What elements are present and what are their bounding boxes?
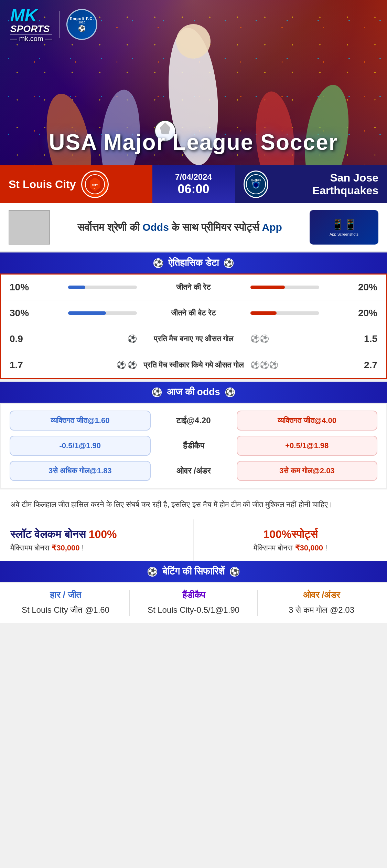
soccer-ball-left-icon	[153, 258, 163, 268]
away-win-odd[interactable]: व्यक्तिगत जीत@4.00	[237, 411, 378, 431]
goals-conceded-left-val: 1.7	[10, 360, 37, 371]
svg-text:QUAKES: QUAKES	[251, 179, 261, 182]
promo-phones-graphic: 📱📱 App Screenshots	[310, 210, 378, 245]
odds-row-ou[interactable]: 3से अधिक गोल@1.83 ओवर /अंडर 3से कम गोल@2…	[10, 461, 377, 481]
ball-icon-3: ⚽	[260, 334, 269, 343]
promo-image-placeholder	[9, 210, 50, 245]
promo-banner[interactable]: सर्वोत्तम श्रेणी की Odds के साथ प्रीमियर…	[0, 203, 387, 252]
win-rate-fill-right	[250, 286, 285, 289]
home-team-logo: CITY SC	[81, 170, 109, 198]
promo-text: सर्वोत्तम श्रेणी की Odds के साथ प्रीमियर…	[57, 220, 303, 235]
odds-section: व्यक्तिगत जीत@1.60 टाई@4.20 व्यक्तिगत जी…	[0, 403, 387, 489]
rec-value-ou: 3 से कम गोल @2.03	[265, 604, 378, 616]
away-handicap-odd[interactable]: +0.5/1@1.98	[237, 436, 378, 456]
win-rate-right-val: 20%	[350, 282, 377, 293]
match-center: 7/04/2024 06:00	[152, 165, 235, 203]
rec-divider-2	[257, 590, 258, 616]
rec-ball-right-icon	[230, 567, 239, 577]
goals-scored-left-val: 0.9	[10, 333, 37, 344]
bet-rate-bar-left	[42, 311, 137, 315]
goals-conceded-icons-right: ⚽ ⚽ ⚽	[250, 361, 345, 370]
svg-text:CITY: CITY	[92, 184, 98, 187]
win-rate-bar-left	[42, 286, 137, 289]
rec-col-win-loss: हार / जीत St Louis City जीत @1.60	[9, 590, 122, 616]
bet-rate-bar-right	[250, 311, 345, 315]
ball-icon-8: ⚽	[269, 361, 278, 370]
rec-col-handicap: हैंडीकैप St Louis City-0.5/1@1.90	[137, 590, 250, 616]
ball-icon-6: ⚽	[250, 361, 260, 370]
stat-row-win-rate: 10% जीतने की रेट 20%	[1, 275, 386, 300]
stat-row-goals-scored: 0.9 ⚽ प्रति मैच बनाए गए औसत गोल ⚽ ⚽ 1.5	[1, 326, 386, 352]
hero-banner: MK SPORTS — mk.com — Empoli F.C. 1920 ⚽ …	[0, 0, 387, 165]
slot-bonus-title: स्लॉट वेलकम बोनस 100%	[10, 528, 183, 541]
rec-type-handicap: हैंडीकैप	[137, 590, 250, 600]
logo-area: MK SPORTS — mk.com — Empoli F.C. 1920 ⚽	[10, 7, 97, 42]
svg-point-12	[254, 183, 258, 187]
goals-scored-icons-left: ⚽	[42, 334, 137, 343]
goals-scored-label: प्रति मैच बनाए गए औसत गोल	[142, 334, 245, 343]
historical-title: ऐतिहासिक डेटा	[168, 257, 219, 269]
rec-type-ou: ओवर /अंडर	[265, 590, 378, 600]
bet-rate-label: जीतने की बेट रेट	[142, 309, 245, 318]
slot-bonus-subtitle: मैक्सिमम बोनस ₹30,000 !	[10, 544, 183, 552]
sports-bonus-title: 100%स्पोर्ट्स	[204, 528, 377, 541]
stat-row-goals-conceded: 1.7 ⚽ ⚽ प्रति मैच स्वीकार किये गये औसत ग…	[1, 352, 386, 378]
win-rate-label: जीतने की रेट	[142, 283, 245, 292]
match-date: 7/04/2024	[175, 172, 212, 182]
goals-conceded-label: प्रति मैच स्वीकार किये गये औसत गोल	[142, 361, 245, 370]
odds-title: आज की odds	[167, 386, 220, 398]
home-win-odd[interactable]: व्यक्तिगत जीत@1.60	[10, 411, 151, 431]
stat-row-bet-rate: 30% जीतने की बेट रेट 20%	[1, 300, 386, 326]
ball-icon-7: ⚽	[260, 361, 269, 370]
rec-row: हार / जीत St Louis City जीत @1.60 हैंडीक…	[9, 590, 378, 616]
goals-conceded-icons-left: ⚽ ⚽	[42, 361, 137, 370]
mk-logo: MK SPORTS — mk.com —	[10, 7, 52, 42]
away-team-section: QUAKES San Jose Earthquakes	[235, 165, 387, 203]
rec-value-win-loss: St Louis City जीत @1.60	[9, 604, 122, 616]
slot-bonus[interactable]: स्लॉट वेलकम बोनस 100% मैक्सिमम बोनस ₹30,…	[0, 519, 194, 561]
odds-row-win[interactable]: व्यक्तिगत जीत@1.60 टाई@4.20 व्यक्तिगत जी…	[10, 411, 377, 431]
rec-divider-1	[129, 590, 130, 616]
win-rate-bar-right	[250, 286, 345, 289]
empoli-logo: Empoli F.C. 1920 ⚽	[66, 9, 97, 40]
away-team-name: San Jose Earthquakes	[273, 172, 378, 197]
win-rate-track-right	[250, 286, 319, 289]
ball-icon-5: ⚽	[128, 361, 137, 370]
svg-text:SC: SC	[93, 187, 96, 189]
soccer-ball-right-icon	[224, 258, 234, 268]
home-handicap-odd[interactable]: -0.5/1@1.90	[10, 436, 151, 456]
sports-bonus[interactable]: 100%स्पोर्ट्स मैक्सिमम बोनस ₹30,000 !	[194, 519, 387, 561]
sports-bonus-subtitle: मैक्सिमम बोनस ₹30,000 !	[204, 544, 377, 552]
under-odd[interactable]: 3से कम गोल@2.03	[237, 461, 378, 481]
home-team-section: St Louis City CITY SC	[0, 165, 152, 203]
rec-col-ou: ओवर /अंडर 3 से कम गोल @2.03	[265, 590, 378, 616]
ou-label: ओवर /अंडर	[156, 466, 232, 476]
over-odd[interactable]: 3से अधिक गोल@1.83	[10, 461, 151, 481]
ball-icon-2: ⚽	[250, 334, 260, 343]
bonus-section[interactable]: स्लॉट वेलकम बोनस 100% मैक्सिमम बोनस ₹30,…	[0, 519, 387, 561]
handicap-label: हैंडीकैप	[156, 441, 232, 451]
historical-data-section: 10% जीतने की रेट 20% 30% जीतने की बेट रे…	[0, 273, 387, 379]
win-rate-fill-left	[68, 286, 85, 289]
rec-type-win-loss: हार / जीत	[9, 590, 122, 600]
rec-value-handicap: St Louis City-0.5/1@1.90	[137, 604, 250, 616]
away-team-logo: QUAKES	[244, 170, 268, 198]
tie-label: टाई@4.20	[156, 416, 232, 425]
rec-title: बेटिंग की सिफारिशें	[162, 566, 225, 577]
bet-rate-track-left	[68, 311, 137, 315]
home-team-name: St Louis City	[9, 178, 76, 191]
odds-ball-left-icon	[152, 388, 162, 397]
svg-point-5	[176, 24, 211, 59]
recommendations-section: हार / जीत St Louis City जीत @1.60 हैंडीक…	[0, 582, 387, 623]
win-rate-track-left	[68, 286, 137, 289]
analysis-text: अवे टीम फिलहाल जीत हासिल करने के लिए संघ…	[0, 489, 387, 519]
logo-divider	[59, 11, 60, 38]
odds-section-header: आज की odds	[0, 382, 387, 403]
goals-conceded-right-val: 2.7	[350, 360, 377, 371]
win-rate-left-val: 10%	[10, 282, 37, 293]
bet-rate-track-right	[250, 311, 319, 315]
odds-row-handicap[interactable]: -0.5/1@1.90 हैंडीकैप +0.5/1@1.98	[10, 436, 377, 456]
match-bar: St Louis City CITY SC 7/04/2024 06:00 QU…	[0, 165, 387, 203]
hero-title: USA Major League Soccer	[0, 130, 387, 155]
rec-section-header: बेटिंग की सिफारिशें	[0, 561, 387, 582]
